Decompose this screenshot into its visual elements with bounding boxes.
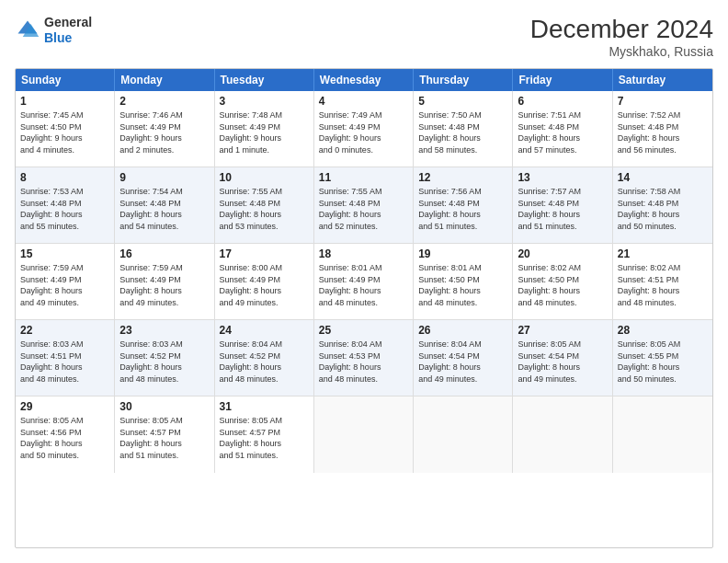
day-13: 13 Sunrise: 7:57 AM Sunset: 4:48 PM Dayl… <box>513 167 612 243</box>
day-11: 11 Sunrise: 7:55 AM Sunset: 4:48 PM Dayl… <box>314 167 414 243</box>
title-block: December 2024 Myskhako, Russia <box>530 15 713 59</box>
day-22: 22 Sunrise: 8:03 AM Sunset: 4:51 PM Dayl… <box>16 320 115 396</box>
day-10: 10 Sunrise: 7:55 AM Sunset: 4:48 PM Dayl… <box>215 167 314 243</box>
header-wednesday: Wednesday <box>314 69 414 91</box>
calendar-body: 1 Sunrise: 7:45 AM Sunset: 4:50 PM Dayli… <box>16 91 712 473</box>
day-16: 16 Sunrise: 7:59 AM Sunset: 4:49 PM Dayl… <box>115 244 214 319</box>
day-26: 26 Sunrise: 8:04 AM Sunset: 4:54 PM Dayl… <box>414 320 513 396</box>
empty-cell-2 <box>414 396 513 473</box>
header-thursday: Thursday <box>414 69 513 91</box>
week-2: 8 Sunrise: 7:53 AM Sunset: 4:48 PM Dayli… <box>16 167 712 244</box>
month-year: December 2024 <box>530 15 713 44</box>
day-25: 25 Sunrise: 8:04 AM Sunset: 4:53 PM Dayl… <box>314 320 414 396</box>
day-31: 31 Sunrise: 8:05 AM Sunset: 4:57 PM Dayl… <box>215 396 314 473</box>
day-30: 30 Sunrise: 8:05 AM Sunset: 4:57 PM Dayl… <box>115 396 214 473</box>
day-18: 18 Sunrise: 8:01 AM Sunset: 4:49 PM Dayl… <box>314 244 414 319</box>
location: Myskhako, Russia <box>530 44 713 59</box>
day-21: 21 Sunrise: 8:02 AM Sunset: 4:51 PM Dayl… <box>613 244 712 319</box>
day-3: 3 Sunrise: 7:48 AM Sunset: 4:49 PM Dayli… <box>215 91 314 167</box>
day-6: 6 Sunrise: 7:51 AM Sunset: 4:48 PM Dayli… <box>513 91 612 167</box>
logo: General Blue <box>15 15 92 46</box>
week-3: 15 Sunrise: 7:59 AM Sunset: 4:49 PM Dayl… <box>16 244 712 320</box>
day-23: 23 Sunrise: 8:03 AM Sunset: 4:52 PM Dayl… <box>115 320 214 396</box>
page-header: General Blue December 2024 Myskhako, Rus… <box>15 15 713 59</box>
day-4: 4 Sunrise: 7:49 AM Sunset: 4:49 PM Dayli… <box>314 91 414 167</box>
calendar: Sunday Monday Tuesday Wednesday Thursday… <box>15 68 713 548</box>
header-friday: Friday <box>513 69 612 91</box>
week-4: 22 Sunrise: 8:03 AM Sunset: 4:51 PM Dayl… <box>16 320 712 396</box>
calendar-page: General Blue December 2024 Myskhako, Rus… <box>0 0 728 563</box>
day-12: 12 Sunrise: 7:56 AM Sunset: 4:48 PM Dayl… <box>414 167 513 243</box>
day-29: 29 Sunrise: 8:05 AM Sunset: 4:56 PM Dayl… <box>16 396 115 473</box>
calendar-header: Sunday Monday Tuesday Wednesday Thursday… <box>16 69 712 91</box>
header-sunday: Sunday <box>16 69 115 91</box>
logo-icon <box>15 17 40 43</box>
week-1: 1 Sunrise: 7:45 AM Sunset: 4:50 PM Dayli… <box>16 91 712 167</box>
empty-cell-4 <box>613 396 712 473</box>
logo-text: General Blue <box>44 15 92 46</box>
day-28: 28 Sunrise: 8:05 AM Sunset: 4:55 PM Dayl… <box>613 320 712 396</box>
day-24: 24 Sunrise: 8:04 AM Sunset: 4:52 PM Dayl… <box>215 320 314 396</box>
header-tuesday: Tuesday <box>215 69 314 91</box>
week-5: 29 Sunrise: 8:05 AM Sunset: 4:56 PM Dayl… <box>16 396 712 473</box>
day-9: 9 Sunrise: 7:54 AM Sunset: 4:48 PM Dayli… <box>115 167 214 243</box>
empty-cell-1 <box>314 396 414 473</box>
day-19: 19 Sunrise: 8:01 AM Sunset: 4:50 PM Dayl… <box>414 244 513 319</box>
day-14: 14 Sunrise: 7:58 AM Sunset: 4:48 PM Dayl… <box>613 167 712 243</box>
header-saturday: Saturday <box>613 69 712 91</box>
day-15: 15 Sunrise: 7:59 AM Sunset: 4:49 PM Dayl… <box>16 244 115 319</box>
header-monday: Monday <box>115 69 214 91</box>
day-27: 27 Sunrise: 8:05 AM Sunset: 4:54 PM Dayl… <box>513 320 612 396</box>
day-7: 7 Sunrise: 7:52 AM Sunset: 4:48 PM Dayli… <box>613 91 712 167</box>
day-17: 17 Sunrise: 8:00 AM Sunset: 4:49 PM Dayl… <box>215 244 314 319</box>
empty-cell-3 <box>513 396 612 473</box>
day-5: 5 Sunrise: 7:50 AM Sunset: 4:48 PM Dayli… <box>414 91 513 167</box>
day-20: 20 Sunrise: 8:02 AM Sunset: 4:50 PM Dayl… <box>513 244 612 319</box>
day-1: 1 Sunrise: 7:45 AM Sunset: 4:50 PM Dayli… <box>16 91 115 167</box>
day-8: 8 Sunrise: 7:53 AM Sunset: 4:48 PM Dayli… <box>16 167 115 243</box>
day-2: 2 Sunrise: 7:46 AM Sunset: 4:49 PM Dayli… <box>115 91 214 167</box>
